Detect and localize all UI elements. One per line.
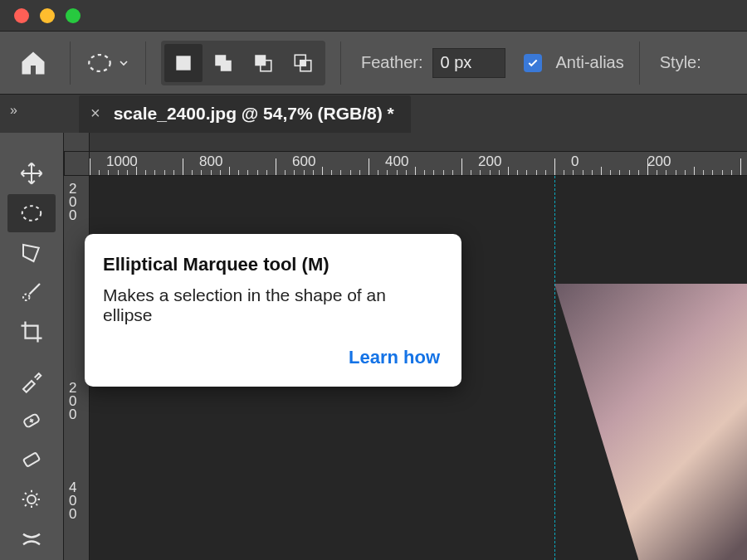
selection-mode-group xyxy=(161,41,325,85)
svg-point-10 xyxy=(23,295,30,301)
tool-tooltip: Elliptical Marquee tool (M) Makes a sele… xyxy=(85,234,461,387)
subtract-selection-button[interactable] xyxy=(244,44,282,82)
new-selection-button[interactable] xyxy=(164,44,203,82)
healing-brush-icon xyxy=(19,408,44,433)
home-icon xyxy=(18,48,48,78)
eraser-tool[interactable] xyxy=(7,441,56,479)
guide-vertical[interactable] xyxy=(554,176,555,560)
ruler-h-label: 600 xyxy=(292,153,315,170)
traffic-zoom-icon[interactable] xyxy=(66,8,81,23)
ellipse-marquee-icon xyxy=(85,49,114,77)
ruler-horizontal[interactable]: 1000 800 600 400 200 0 200 xyxy=(90,151,747,176)
window-titlebar xyxy=(0,0,747,32)
close-tab-icon[interactable]: × xyxy=(90,104,100,123)
svg-point-0 xyxy=(89,55,110,71)
lasso-icon xyxy=(19,241,44,265)
swap-tool[interactable] xyxy=(7,520,56,558)
current-tool-dropdown[interactable] xyxy=(85,49,130,77)
document-tab-title: scale_2400.jpg @ 54,7% (RGB/8) * xyxy=(114,104,394,124)
crop-icon xyxy=(19,319,44,344)
ruler-h-label: 400 xyxy=(385,153,408,170)
eyedropper-tool[interactable] xyxy=(7,362,56,400)
separator xyxy=(639,41,640,85)
svg-rect-12 xyxy=(23,453,40,467)
crop-tool[interactable] xyxy=(7,313,56,351)
toolbox xyxy=(0,133,64,560)
intersect-selection-button[interactable] xyxy=(284,44,322,82)
gear-icon xyxy=(19,487,44,512)
eraser-icon xyxy=(19,447,44,472)
svg-rect-8 xyxy=(300,60,306,66)
tooltip-learn-link[interactable]: Learn how xyxy=(103,347,440,368)
document-tab[interactable]: × scale_2400.jpg @ 54,7% (RGB/8) * xyxy=(79,95,411,133)
ruler-v-label: 200 xyxy=(69,382,76,421)
svg-point-13 xyxy=(27,495,36,504)
style-label: Style: xyxy=(660,53,701,72)
separator xyxy=(145,41,146,85)
traffic-minimize-icon[interactable] xyxy=(40,8,55,23)
intersect-selection-icon xyxy=(292,52,314,74)
svg-rect-1 xyxy=(176,56,190,70)
document-tab-bar: × scale_2400.jpg @ 54,7% (RGB/8) * xyxy=(64,95,747,133)
lasso-tool[interactable] xyxy=(7,234,56,272)
ruler-origin[interactable] xyxy=(64,151,90,176)
ruler-h-label: 1000 xyxy=(106,153,138,170)
ruler-v-label: 400 xyxy=(69,481,76,521)
separator xyxy=(70,41,71,85)
new-selection-icon xyxy=(173,52,194,74)
tooltip-title: Elliptical Marquee tool (M) xyxy=(103,254,440,275)
ellipse-marquee-icon xyxy=(19,201,44,226)
brush-icon xyxy=(19,280,44,304)
ruler-v-label: 200 xyxy=(69,183,76,222)
chevron-down-icon xyxy=(117,56,130,70)
separator xyxy=(340,41,341,85)
ruler-h-label: 800 xyxy=(199,153,222,170)
marquee-tool[interactable] xyxy=(7,194,56,232)
ruler-h-label: 200 xyxy=(647,153,671,170)
move-icon xyxy=(19,161,44,186)
image-content xyxy=(554,284,747,560)
home-button[interactable] xyxy=(12,41,55,85)
eyedropper-icon xyxy=(19,368,44,393)
checkbox-checked-icon xyxy=(524,54,542,72)
subtract-selection-icon xyxy=(252,52,274,74)
healing-brush-tool[interactable] xyxy=(7,402,56,440)
antialias-label: Anti-alias xyxy=(555,53,623,72)
ruler-h-label: 200 xyxy=(478,153,501,170)
feather-label: Feather: xyxy=(361,53,422,72)
ruler-h-label: 0 xyxy=(571,153,579,170)
feather-input[interactable] xyxy=(432,48,505,78)
antialias-checkbox-wrap[interactable]: Anti-alias xyxy=(524,53,623,72)
options-bar: Feather: Anti-alias Style: xyxy=(0,32,747,95)
move-tool[interactable] xyxy=(7,154,56,192)
svg-rect-3 xyxy=(221,60,232,71)
swap-icon xyxy=(19,527,44,552)
add-selection-icon xyxy=(212,52,234,74)
svg-point-9 xyxy=(22,206,42,221)
gear-tool[interactable] xyxy=(7,480,56,519)
traffic-close-icon[interactable] xyxy=(14,8,29,23)
tooltip-description: Makes a selection in the shape of an ell… xyxy=(103,285,440,325)
add-selection-button[interactable] xyxy=(204,44,242,82)
expand-panels-button[interactable]: » xyxy=(10,103,17,118)
brush-tool[interactable] xyxy=(7,274,56,312)
